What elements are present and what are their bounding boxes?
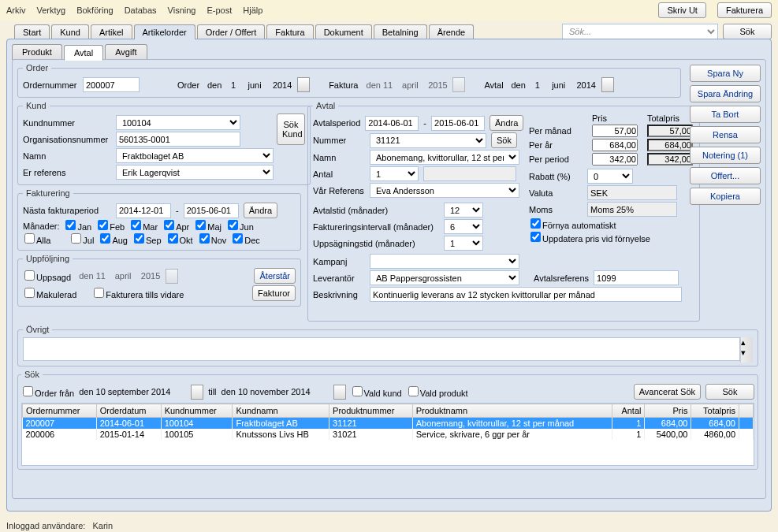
chk-valdkund[interactable]: Vald kund (351, 386, 402, 398)
chk-apr[interactable]: Apr (162, 220, 189, 232)
spara-ny-button[interactable]: Spara Ny (690, 65, 761, 82)
chk-okt[interactable]: Okt (166, 233, 193, 245)
kopiera-button[interactable]: Kopiera (690, 188, 761, 205)
uppsagning-input[interactable]: 1 (444, 236, 483, 251)
andra-period-button[interactable]: Ändra (244, 203, 277, 218)
ovrigt-textarea[interactable] (23, 337, 740, 361)
table-row[interactable]: 2000072014-06-01100104Fraktbolaget AB311… (23, 418, 754, 430)
chk-orderfran[interactable]: Order från (21, 386, 74, 398)
tab-kund[interactable]: Kund (51, 24, 89, 39)
avtalsref-input[interactable] (594, 270, 679, 285)
beskrivning-input[interactable] (370, 287, 682, 302)
avtalsperiod-from[interactable] (365, 116, 419, 131)
chk-uppdatera[interactable]: Uppdatera pris vid förnyelse (529, 232, 650, 244)
tab-arende[interactable]: Ärende (429, 24, 474, 39)
col-kundnamn[interactable]: Kundnamn (233, 404, 329, 418)
avtal-andra-button[interactable]: Ändra (490, 115, 523, 131)
tab-dokument[interactable]: Dokument (315, 24, 372, 39)
avtal-namn-input[interactable]: Abonemang, kvittorullar, 12 st per m (370, 150, 519, 165)
offert-button[interactable]: Offert... (690, 167, 761, 184)
subtab-avtal[interactable]: Avtal (64, 45, 103, 61)
notering-button[interactable]: Notering (1) (690, 147, 761, 164)
avtalsperiod-to[interactable] (431, 116, 485, 131)
calendar-icon[interactable] (333, 385, 346, 400)
avtal-sok-button[interactable]: Sök (491, 132, 517, 148)
chk-nov[interactable]: Nov (198, 233, 227, 245)
chk-jan[interactable]: Jan (64, 220, 91, 232)
menu-arkiv[interactable]: Arkiv (6, 6, 25, 15)
perar-pris[interactable] (592, 139, 638, 151)
kundnamn-input[interactable]: Fraktbolaget AB (116, 148, 274, 163)
col-antal[interactable]: Antal (612, 404, 645, 418)
fakturor-button[interactable]: Fakturor (252, 285, 296, 301)
menu-verktyg[interactable]: Verktyg (36, 6, 65, 15)
order-date-picker[interactable] (204, 77, 310, 92)
faktinterval-input[interactable]: 6 (444, 219, 483, 234)
chk-maj[interactable]: Maj (194, 220, 221, 232)
rensa-button[interactable]: Rensa (690, 126, 761, 143)
orgnr-input[interactable] (116, 132, 240, 147)
chk-jul[interactable]: Jul (69, 233, 94, 245)
permanad-pris[interactable] (592, 125, 638, 137)
tab-artikelorder[interactable]: Artikelorder (134, 24, 195, 39)
top-search-input[interactable]: Sök... (562, 24, 718, 39)
menu-bokforing[interactable]: Bokföring (76, 6, 113, 15)
menu-visning[interactable]: Visning (168, 6, 196, 15)
rabatt-input[interactable]: 0 (587, 169, 633, 184)
kampanj-input[interactable] (370, 254, 519, 269)
antal-input[interactable]: 1 (370, 166, 419, 181)
invoice-button[interactable]: Fakturera (717, 2, 772, 18)
varref-input[interactable]: Eva Andersson (370, 183, 519, 198)
uppsagd-date-picker[interactable] (76, 269, 178, 284)
kundnummer-input[interactable]: 100104 (116, 115, 240, 130)
avtal-date-picker[interactable] (508, 77, 614, 92)
faktura-date-picker[interactable] (363, 77, 465, 92)
chk-fornya[interactable]: Förnya automatiskt (529, 218, 616, 230)
subtab-avgift[interactable]: Avgift (105, 44, 147, 60)
period-to-input[interactable] (184, 203, 239, 218)
perperiod-pris[interactable] (592, 153, 638, 166)
scrollbar[interactable]: ▴▾ (740, 337, 753, 363)
chk-sep[interactable]: Sep (132, 233, 162, 245)
chk-fakturera-tills[interactable]: Fakturera tills vidare (92, 288, 184, 299)
chk-aug[interactable]: Aug (99, 233, 128, 245)
spara-andring-button[interactable]: Spara Ändring (690, 85, 761, 102)
calendar-icon[interactable] (601, 77, 614, 92)
col-kundnummer[interactable]: Kundnummer (161, 404, 233, 418)
results-grid[interactable]: Ordernummer Orderdatum Kundnummer Kundna… (21, 403, 754, 466)
menu-hjalp[interactable]: Hjälp (243, 6, 262, 15)
tab-betalning[interactable]: Betalning (374, 24, 427, 39)
chk-mar[interactable]: Mar (129, 220, 158, 232)
calendar-icon[interactable] (191, 385, 203, 400)
menu-epost[interactable]: E-post (207, 6, 233, 15)
chk-makulerad[interactable]: Makulerad (23, 288, 76, 299)
ordernummer-input[interactable] (83, 77, 140, 92)
chk-jun[interactable]: Jun (226, 220, 254, 232)
chk-valdprodukt[interactable]: Vald produkt (407, 386, 468, 398)
col-ordernummer[interactable]: Ordernummer (23, 404, 97, 418)
avancerat-sok-button[interactable]: Avancerat Sök (634, 384, 701, 400)
chk-alla[interactable]: Alla (23, 233, 50, 245)
tab-start[interactable]: Start (14, 24, 50, 39)
leverantor-input[interactable]: AB Pappersgrossisten (370, 270, 519, 285)
col-produktnummer[interactable]: Produktnummer (329, 404, 413, 418)
erref-input[interactable]: Erik Lagerqvist (116, 165, 274, 180)
subtab-produkt[interactable]: Produkt (12, 44, 62, 60)
sok-button[interactable]: Sök (705, 384, 754, 400)
col-produktnamn[interactable]: Produktnamn (412, 404, 612, 418)
col-totalpris[interactable]: Totalpris (691, 404, 739, 418)
tab-order-offert[interactable]: Order / Offert (197, 24, 266, 39)
chk-feb[interactable]: Feb (96, 220, 125, 232)
sok-kund-button[interactable]: Sök Kund (277, 113, 305, 145)
table-row[interactable]: 2000062015-01-14100105Knutssons Livs HB3… (23, 429, 754, 440)
sok-from-date[interactable] (79, 385, 203, 400)
print-button[interactable]: Skriv Ut (658, 2, 706, 18)
menu-databas[interactable]: Databas (125, 6, 157, 15)
top-search-button[interactable]: Sök (723, 24, 772, 39)
tab-artikel[interactable]: Artikel (91, 24, 132, 39)
avtal-nummer-input[interactable]: 31121 (370, 133, 486, 148)
tab-faktura[interactable]: Faktura (266, 24, 313, 39)
ta-bort-button[interactable]: Ta Bort (690, 106, 761, 123)
col-orderdatum[interactable]: Orderdatum (96, 404, 161, 418)
chk-dec[interactable]: Dec (231, 233, 260, 245)
